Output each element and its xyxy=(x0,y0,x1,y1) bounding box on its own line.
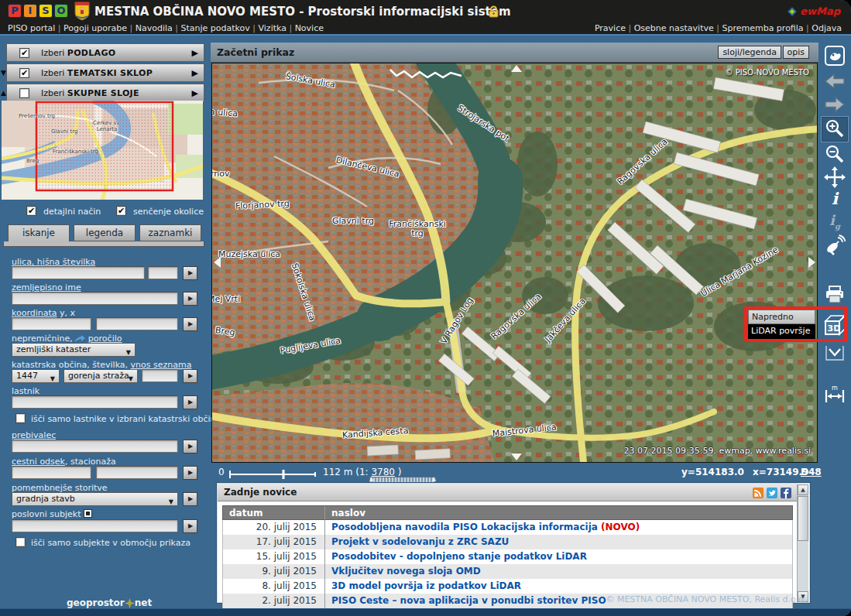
menu-pravice[interactable]: Pravice xyxy=(595,23,626,33)
owner-input[interactable] xyxy=(12,395,178,409)
cadastral-name-select[interactable]: gorenja straža xyxy=(63,369,138,383)
coordinate-x-input[interactable] xyxy=(96,317,178,330)
menu-stanje-podatkov[interactable]: Stanje podatkov xyxy=(173,23,250,33)
gps-tool[interactable] xyxy=(822,234,848,259)
menu-novice[interactable]: Novice xyxy=(287,23,324,33)
owner-search-button[interactable] xyxy=(183,395,197,409)
geographic-name-search-button[interactable] xyxy=(183,292,197,306)
map-options: detajlni način senčenje okolice xyxy=(0,206,211,220)
coordinate-y-input[interactable] xyxy=(12,317,91,330)
surround-shading-label: senčenje okolice xyxy=(133,207,204,217)
facebook-icon[interactable] xyxy=(781,487,791,498)
identify-group-tool[interactable]: ig xyxy=(822,212,848,237)
news-row[interactable]: 9. julij 2015Vključitev novega sloja OMD xyxy=(222,564,793,579)
ewmap-brand[interactable]: ewMap xyxy=(788,5,840,17)
business-filter-label: išči samo subjekte v območju prikaza xyxy=(31,538,190,548)
collapse-down-icon[interactable] xyxy=(1,69,10,77)
menu-sprememba-profila[interactable]: Sprememba profila xyxy=(714,23,804,33)
cadastral-number-select[interactable]: 1447 xyxy=(12,369,60,383)
tab-iskanje[interactable]: iskanje xyxy=(8,224,70,241)
svg-text:m: m xyxy=(832,385,838,392)
menu-osebne-nastavitve[interactable]: Osebne nastavitve xyxy=(626,23,714,33)
parcel-search-button[interactable] xyxy=(183,369,197,383)
layer-bar-podlago[interactable]: Izberi PODLAGO xyxy=(6,43,204,62)
scale-length: 112 m xyxy=(323,467,352,477)
tab-zaznamki[interactable]: zaznamki xyxy=(139,224,201,241)
geoprostor-star-icon xyxy=(125,598,135,608)
identify-tool[interactable]: i xyxy=(822,189,848,214)
news-row[interactable]: 8. julij 20153D model površja iz podatko… xyxy=(222,579,793,594)
layer-bar-tematski-sklop[interactable]: Izberi TEMATSKI SKLOP xyxy=(6,63,204,82)
surround-shading-checkbox[interactable] xyxy=(116,206,126,216)
map-area: Začetni prikaz sloji/legenda opis xyxy=(211,37,818,608)
pan-down-arrow[interactable] xyxy=(511,453,522,460)
piso-logo[interactable]: P I S O xyxy=(8,4,68,18)
coordinate-y-readout: y=514183.0 xyxy=(681,467,744,477)
menu-piso-portal[interactable]: PISO portal xyxy=(8,23,55,33)
business-filter-checkbox[interactable] xyxy=(15,537,26,547)
business-entity-input[interactable] xyxy=(12,519,178,532)
coordinate-search-button[interactable] xyxy=(183,317,197,331)
scroll-up-icon[interactable] xyxy=(798,484,808,495)
news-row[interactable]: 20. julij 2015Posodobljena navodila PISO… xyxy=(222,520,793,535)
geoprostor-logo[interactable]: geoprostornet xyxy=(67,597,152,608)
measure-tool[interactable]: m xyxy=(822,384,848,409)
3d-view-tool[interactable]: 3D xyxy=(822,313,848,338)
parcel-number-input[interactable] xyxy=(142,369,178,382)
house-number-input[interactable] xyxy=(148,266,178,279)
road-search-button[interactable] xyxy=(183,466,197,480)
menu-navodila[interactable]: Navodila xyxy=(127,23,173,33)
zoom-out-tool[interactable] xyxy=(822,143,848,168)
map-viewport[interactable]: Šolska ulica Strojarska pot a ulica Dila… xyxy=(211,63,818,463)
tematski-checkbox[interactable] xyxy=(19,68,29,78)
business-entity-info-icon[interactable] xyxy=(84,509,92,518)
zoom-in-icon xyxy=(824,118,846,139)
map-view-title: Začetni prikaz xyxy=(217,46,294,58)
skupne-checkbox[interactable] xyxy=(19,88,29,98)
pan-right-arrow[interactable] xyxy=(808,257,815,268)
menu-pogoji-uporabe[interactable]: Pogoji uporabe xyxy=(55,23,127,33)
twitter-icon[interactable] xyxy=(767,487,777,498)
print-tool[interactable] xyxy=(822,285,848,310)
collapse-up-icon[interactable] xyxy=(1,89,10,97)
street-input[interactable] xyxy=(12,266,145,279)
cadastre-type-select[interactable]: zemljiški kataster xyxy=(12,343,136,357)
road-section-input[interactable] xyxy=(12,466,91,479)
owner-filter-label: išči samo lastnike v izbrani katastrski … xyxy=(31,414,218,424)
overview-minimap[interactable]: Prešernov trg Glavni trg Cerkev sv. Lena… xyxy=(2,101,203,200)
pan-tool[interactable] xyxy=(822,166,848,191)
street-search-button[interactable] xyxy=(183,266,197,280)
collapse-toolbar-tool[interactable] xyxy=(822,344,848,369)
services-search-button[interactable] xyxy=(183,492,197,506)
zoom-in-tool[interactable] xyxy=(822,117,848,142)
news-row[interactable]: 15. julij 2015Posodobitev - dopolnjeno s… xyxy=(222,549,793,564)
news-scrollbar[interactable] xyxy=(797,484,808,602)
scale-ratio-link[interactable]: 3780 xyxy=(371,467,395,477)
scrollbar-thumb[interactable] xyxy=(798,496,808,541)
services-select[interactable]: gradnja stavb xyxy=(12,492,178,506)
menu-item-lidar-povrsje[interactable]: LiDAR površje xyxy=(748,324,815,339)
detailed-mode-checkbox[interactable] xyxy=(26,206,36,216)
business-entity-search-button[interactable] xyxy=(183,519,197,533)
news-table-header: datum naslov xyxy=(222,505,793,520)
news-row[interactable]: 17. julij 2015Projekt v sodelovanju z ZR… xyxy=(222,535,793,549)
road-station-input[interactable] xyxy=(96,466,178,479)
chevron-down-icon xyxy=(824,344,846,363)
pan-up-arrow[interactable] xyxy=(511,65,522,72)
podlago-checkbox[interactable] xyxy=(19,48,29,58)
description-button[interactable]: opis xyxy=(783,46,810,59)
resident-input[interactable] xyxy=(12,440,178,453)
menu-vizitka[interactable]: Vizitka xyxy=(250,23,287,33)
layers-legend-button[interactable]: sloji/legenda xyxy=(718,46,781,59)
owner-filter-checkbox[interactable] xyxy=(15,413,26,423)
layer-bar-skupne-sloje[interactable]: Izberi SKUPNE SLOJE xyxy=(6,84,204,102)
tab-legenda[interactable]: legenda xyxy=(74,224,136,241)
rss-icon[interactable] xyxy=(753,487,763,498)
menu-item-napredno[interactable]: Napredno xyxy=(748,310,815,324)
geographic-name-input[interactable] xyxy=(12,292,178,305)
resident-search-button[interactable] xyxy=(183,440,197,453)
menu-odjava[interactable]: Odjava xyxy=(804,23,842,33)
full-extent-tool[interactable] xyxy=(822,45,848,70)
history-back-tool[interactable] xyxy=(822,73,848,98)
pan-left-arrow[interactable] xyxy=(214,257,221,268)
